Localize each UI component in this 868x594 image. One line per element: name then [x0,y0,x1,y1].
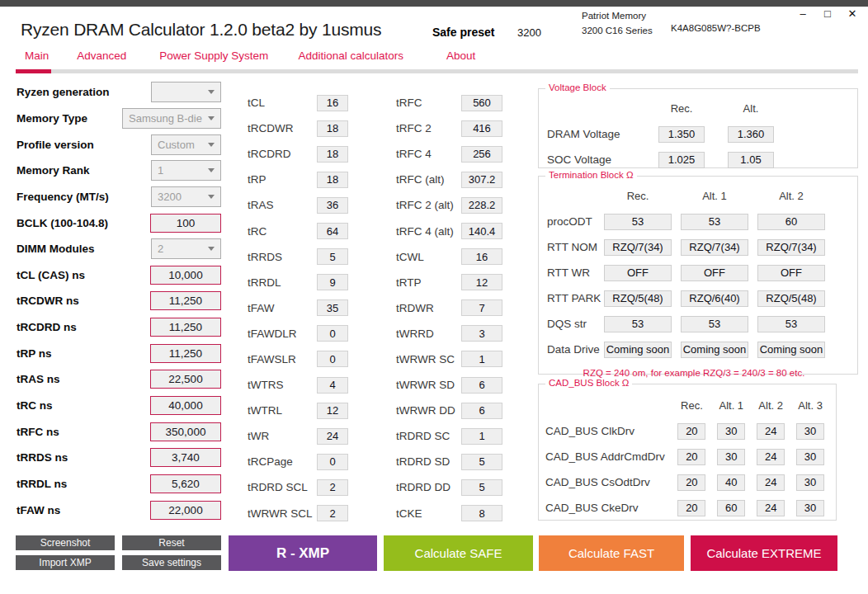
input-cad-bus-csodtdrv-alt-3[interactable]: 30 [796,474,824,491]
input-twr[interactable]: 24 [317,428,348,445]
input-cad-bus-clkdrv-rec[interactable]: 20 [677,423,705,440]
input-trcdrd-ns[interactable]: 11,250 [150,318,221,337]
dropdown-dimm-modules[interactable]: 2 [151,238,221,259]
input-cad-bus-addrcmddrv-alt-1[interactable]: 30 [717,449,745,465]
close-icon[interactable]: ✕ [847,7,858,21]
calculate-safe-button[interactable]: Calculate SAFE [384,535,533,571]
input-rtt-nom-alt-2[interactable]: RZQ/7(34) [757,239,825,256]
calculate-fast-button[interactable]: Calculate FAST [539,535,684,571]
minimize-icon[interactable]: – [797,7,809,21]
calculate-extreme-button[interactable]: Calculate EXTREME [691,535,837,571]
dropdown-ryzen-generation[interactable] [151,82,221,102]
input-procodt-alt-1[interactable]: 53 [681,214,748,230]
input-cad-bus-addrcmddrv-alt-2[interactable]: 24 [757,449,785,465]
input-trfc-alt[interactable]: 307.2 [461,172,502,188]
reset-button[interactable]: Reset [122,535,221,550]
input-tcke[interactable]: 8 [461,505,502,521]
input-cad-bus-csodtdrv-rec[interactable]: 20 [677,474,705,491]
input-cad-bus-ckedrv-alt-2[interactable]: 24 [757,500,785,516]
input-tcwl[interactable]: 16 [461,248,502,265]
input-cad-bus-csodtdrv-alt-1[interactable]: 40 [717,474,745,491]
input-rtt-park-alt-2[interactable]: RZQ/5(48) [757,290,825,307]
input-cad-bus-addrcmddrv-alt-3[interactable]: 30 [796,449,824,465]
input-twrrd[interactable]: 3 [461,325,502,342]
input-data-drive-rec[interactable]: Coming soon [604,342,672,358]
input-tras[interactable]: 36 [317,197,348,214]
input-twtrl[interactable]: 12 [317,403,348,419]
input-trcdwr[interactable]: 18 [317,120,348,137]
tab-additional-calculators[interactable]: Additional calculators [298,50,403,64]
input-cad-bus-clkdrv-alt-1[interactable]: 30 [717,423,745,440]
input-data-drive-alt-2[interactable]: Coming soon [757,342,825,358]
input-trdrd-scl[interactable]: 2 [317,479,348,496]
input-twrwr-sd[interactable]: 6 [461,377,502,394]
input-trfc-2-alt[interactable]: 228.2 [461,197,502,214]
input-rtt-wr-alt-1[interactable]: OFF [681,265,748,281]
input-trcpage[interactable]: 0 [317,454,348,470]
input-tcl[interactable]: 16 [317,95,348,111]
input-dqs-str-alt-2[interactable]: 53 [757,316,825,332]
input-rtt-wr-rec[interactable]: OFF [604,265,672,281]
input-twrwr-sc[interactable]: 1 [461,351,502,367]
input-cad-bus-csodtdrv-alt-2[interactable]: 24 [757,474,785,491]
input-dram-voltage-alt[interactable]: 1.360 [728,126,774,143]
dropdown-memory-rank[interactable]: 1 [151,160,221,181]
input-trdrd-sd[interactable]: 5 [461,454,502,470]
input-soc-voltage-alt[interactable]: 1.05 [728,152,774,168]
input-trfc-4[interactable]: 256 [461,146,502,163]
input-trrds[interactable]: 5 [317,248,348,265]
input-tfawdlr[interactable]: 0 [317,325,348,342]
input-tras-ns[interactable]: 22,500 [150,370,221,389]
input-trrds-ns[interactable]: 3,740 [150,448,221,467]
input-rtt-nom-alt-1[interactable]: RZQ/7(34) [681,239,748,256]
dropdown-profile-version[interactable]: Custom [151,134,221,155]
input-rtt-wr-alt-2[interactable]: OFF [757,265,825,281]
input-dqs-str-rec[interactable]: 53 [604,316,672,332]
input-cad-bus-addrcmddrv-rec[interactable]: 20 [677,449,705,465]
screenshot-button[interactable]: Screenshot [16,535,115,550]
input-bclk-100-104-8[interactable]: 100 [150,214,221,233]
input-dqs-str-alt-1[interactable]: 53 [681,316,748,332]
input-cad-bus-clkdrv-alt-3[interactable]: 30 [796,423,824,440]
input-trtp[interactable]: 12 [461,274,502,290]
input-data-drive-alt-1[interactable]: Coming soon [681,342,748,358]
import-xmp-button[interactable]: Import XMP [16,555,115,570]
input-trc[interactable]: 64 [317,223,348,239]
input-twtrs[interactable]: 4 [317,377,348,394]
tab-main[interactable]: Main [25,50,49,64]
input-tcl-cas-ns[interactable]: 10,000 [150,266,221,285]
dropdown-memory-type[interactable]: Samsung B-die [122,108,221,129]
input-rtt-park-rec[interactable]: RZQ/5(48) [604,290,672,307]
input-twrwr-dd[interactable]: 6 [461,403,502,419]
input-trc-ns[interactable]: 40,000 [150,396,221,415]
input-trcdrd[interactable]: 18 [317,146,348,163]
dropdown-frequency-mt-s[interactable]: 3200 [151,186,221,207]
tab-advanced[interactable]: Advanced [77,50,126,64]
input-rtt-nom-rec[interactable]: RZQ/7(34) [604,239,672,256]
input-trp-ns[interactable]: 11,250 [150,344,221,363]
input-trcdwr-ns[interactable]: 11,250 [150,291,221,310]
input-cad-bus-ckedrv-alt-3[interactable]: 30 [796,500,824,516]
input-rtt-park-alt-1[interactable]: RZQ/6(40) [681,290,748,307]
input-trfc[interactable]: 560 [461,95,502,111]
input-twrwr-scl[interactable]: 2 [317,505,348,521]
input-trrdl-ns[interactable]: 5,620 [150,474,221,493]
input-trdwr[interactable]: 7 [461,299,502,316]
input-tfaw-ns[interactable]: 22,000 [150,501,221,520]
input-procodt-alt-2[interactable]: 60 [757,214,825,230]
tab-about[interactable]: About [446,50,475,64]
input-procodt-rec[interactable]: 53 [604,214,672,230]
input-tfawslr[interactable]: 0 [317,351,348,367]
tab-power-supply-system[interactable]: Power Supply System [159,50,268,64]
input-dram-voltage-rec[interactable]: 1.350 [658,126,705,143]
input-cad-bus-clkdrv-alt-2[interactable]: 24 [757,423,785,440]
input-trrdl[interactable]: 9 [317,274,348,290]
input-tfaw[interactable]: 35 [317,299,348,316]
input-trdrd-dd[interactable]: 5 [461,479,502,496]
input-trdrd-sc[interactable]: 1 [461,428,502,445]
input-trfc-ns[interactable]: 350,000 [150,422,221,441]
input-cad-bus-ckedrv-rec[interactable]: 20 [677,500,705,516]
maximize-icon[interactable]: □ [822,7,833,21]
input-trfc-2[interactable]: 416 [461,120,502,137]
input-trfc-4-alt[interactable]: 140.4 [461,223,502,239]
